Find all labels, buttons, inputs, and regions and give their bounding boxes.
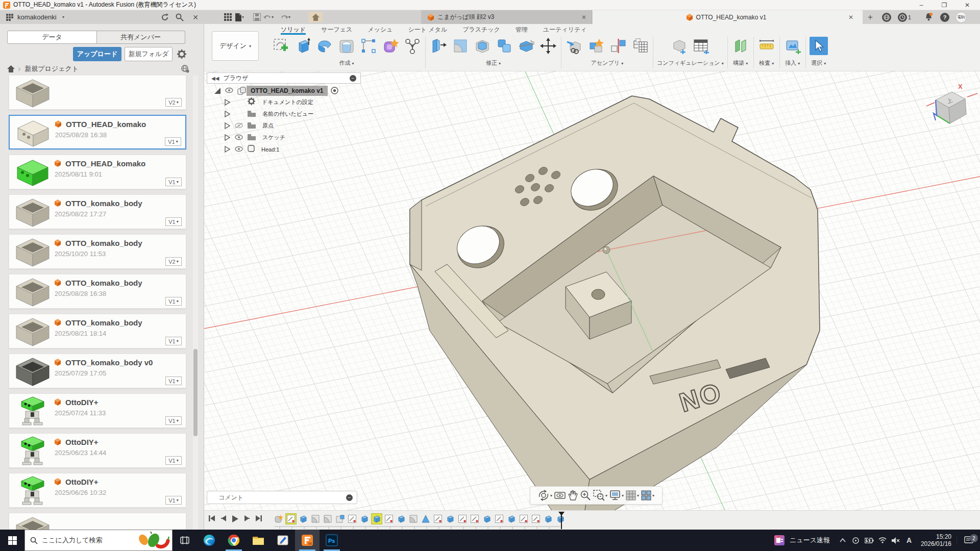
restore-button[interactable]: ❐ xyxy=(936,0,953,10)
browser-node-row[interactable]: 原点 xyxy=(207,121,361,131)
timeline-feature-sketch[interactable] xyxy=(286,514,296,524)
version-dropdown[interactable]: V1▾ xyxy=(165,416,182,425)
timeline-feature-sketch[interactable] xyxy=(470,514,480,524)
notifications-bell-icon[interactable] xyxy=(923,12,934,22)
group-label[interactable]: 作成 ▾ xyxy=(339,59,354,67)
node-label[interactable]: 原点 xyxy=(259,121,277,131)
scrollbar-thumb[interactable] xyxy=(193,349,198,436)
team-grid-icon[interactable] xyxy=(4,12,15,22)
activate-radio-icon[interactable] xyxy=(331,87,338,94)
timeline-feature-sketch[interactable] xyxy=(347,514,357,524)
user-avatar[interactable]: 電駒 xyxy=(955,12,967,22)
comment-minimize-icon[interactable]: − xyxy=(346,494,353,502)
taskbar-app-task-view[interactable] xyxy=(173,530,197,551)
taskbar-app-edge[interactable] xyxy=(197,530,222,551)
taskbar-search-input[interactable]: ここに入力して検索 xyxy=(24,530,173,551)
grid-display-icon[interactable]: ▾ xyxy=(626,490,639,500)
ribbon-tab-inactive[interactable]: ユーティリティ xyxy=(543,26,587,35)
config-table-icon[interactable] xyxy=(692,37,710,55)
project-item[interactable]: OTTO_komako_body2025/08/22 17:27V1▾ xyxy=(9,194,186,229)
timeline-feature-fillet[interactable] xyxy=(408,514,419,524)
search-icon[interactable] xyxy=(174,12,185,22)
version-dropdown[interactable]: V1▾ xyxy=(165,217,182,226)
group-label[interactable]: アセンブリ ▾ xyxy=(591,59,623,67)
timeline-feature-sketch[interactable] xyxy=(494,514,504,524)
project-item[interactable]: OTTO_komako_body v02025/07/29 17:05V1▾ xyxy=(9,354,186,388)
ribbon-tab-inactive[interactable]: シート メタル xyxy=(408,26,447,35)
browser-root-row[interactable]: OTTO_HEAD_komako v1 xyxy=(207,86,361,95)
version-dropdown[interactable]: V1▾ xyxy=(165,137,181,146)
timeline-feature-sketch[interactable] xyxy=(384,514,394,524)
ribbon-tab-inactive[interactable]: プラスチック xyxy=(462,26,500,35)
viewports-icon[interactable]: ▾ xyxy=(641,490,654,500)
expand-icon[interactable] xyxy=(225,134,230,141)
group-label[interactable]: 挿入 ▾ xyxy=(785,59,800,67)
browser-node-row[interactable]: スケッチ xyxy=(207,133,361,142)
settings-gear-icon[interactable] xyxy=(177,49,186,59)
fillet-icon[interactable] xyxy=(451,37,470,55)
project-item[interactable]: OttoDIY+2025/06/23 14:44V1▾ xyxy=(9,433,186,468)
ribbon-tab-inactive[interactable]: 管理 xyxy=(516,26,528,35)
refresh-icon[interactable] xyxy=(159,12,170,22)
tray-ime-indicator[interactable]: A xyxy=(902,536,916,544)
panel-tab-data[interactable]: データ xyxy=(7,31,97,44)
group-label[interactable]: 選択 ▾ xyxy=(811,59,826,67)
expand-icon[interactable] xyxy=(225,99,230,106)
node-label[interactable]: 名前の付いたビュー xyxy=(259,109,316,119)
pan-icon[interactable] xyxy=(568,490,578,501)
viewport-canvas[interactable]: NO ◀◀ ブラウザ − OTTO_HEAD_komako v1ドキュメントの設… xyxy=(204,71,980,510)
comment-bar[interactable]: コメント − xyxy=(207,491,357,504)
timeline-feature-extrude[interactable] xyxy=(396,514,406,524)
file-menu-icon[interactable]: ▾ xyxy=(234,12,245,22)
split-body-icon[interactable] xyxy=(517,37,535,55)
shell-icon[interactable] xyxy=(473,37,492,55)
timeline-feature-sketch[interactable] xyxy=(519,514,529,524)
timeline-feature-sketch[interactable] xyxy=(433,514,443,524)
insert-canvas-icon[interactable] xyxy=(783,37,802,55)
browser-minimize-icon[interactable]: − xyxy=(350,74,356,82)
configure-icon[interactable] xyxy=(670,37,689,55)
project-item[interactable]: OTTO_komako_body2025/08/21 18:14V1▾ xyxy=(9,314,186,348)
form-icon[interactable] xyxy=(381,37,400,55)
origin-marker[interactable] xyxy=(603,246,610,254)
project-item[interactable]: OTTO_komako_body2025/10/20 11:53V2▾ xyxy=(9,234,186,269)
tray-battery-icon[interactable] xyxy=(863,537,876,543)
tab-close-icon[interactable]: ✕ xyxy=(581,14,586,21)
orbit-icon[interactable]: ▾ xyxy=(538,490,552,501)
timeline-feature-extrude[interactable] xyxy=(445,514,455,524)
start-button[interactable] xyxy=(0,530,24,551)
timeline-feature-sketch[interactable] xyxy=(457,514,468,524)
group-label[interactable]: コンフィギュレーション ▾ xyxy=(657,59,724,67)
project-item[interactable] xyxy=(9,513,186,530)
browser-node-row[interactable]: 名前の付いたビュー xyxy=(207,109,361,119)
measure-icon[interactable] xyxy=(757,37,776,55)
visibility-icon[interactable] xyxy=(235,145,243,154)
timeline-feature-extrude[interactable] xyxy=(543,514,553,524)
look-at-icon[interactable] xyxy=(554,491,566,500)
tray-chevron-icon[interactable] xyxy=(836,538,849,542)
display-settings-icon[interactable]: ▾ xyxy=(609,490,624,500)
taskbar-app-photoshop[interactable]: Ps xyxy=(320,530,344,551)
undo-icon[interactable]: ▾ xyxy=(263,12,274,22)
taskbar-app-fudegurume[interactable] xyxy=(271,530,295,551)
upload-button[interactable]: アップロード xyxy=(73,47,121,61)
group-label[interactable]: 検査 ▾ xyxy=(759,59,774,67)
ribbon-tab-active[interactable]: ソリッド xyxy=(281,26,306,35)
timeline-to-start-button[interactable] xyxy=(208,515,215,525)
visibility-off-icon[interactable] xyxy=(235,121,243,131)
timeline-feature-extrude[interactable] xyxy=(372,514,382,524)
tray-wifi-icon[interactable] xyxy=(876,537,889,543)
timeline-feature-sketch[interactable] xyxy=(531,514,541,524)
help-icon[interactable]: ? xyxy=(939,12,950,22)
breadcrumb[interactable]: 新規プロジェクト xyxy=(24,64,79,73)
ribbon-tab-inactive[interactable]: メッシュ xyxy=(368,26,393,35)
taskbar-app-explorer[interactable] xyxy=(246,530,271,551)
version-dropdown[interactable]: V1▾ xyxy=(165,496,182,505)
apps-grid-icon[interactable] xyxy=(222,12,233,22)
notification-center-button[interactable]: 2 xyxy=(957,536,980,544)
home-icon[interactable] xyxy=(308,12,323,22)
browser-collapse-icon[interactable]: ◀◀ xyxy=(211,76,219,81)
construct-plane-icon[interactable] xyxy=(731,37,750,55)
project-item[interactable]: V2▾ xyxy=(9,76,186,110)
search-highlight-peppers-image[interactable] xyxy=(137,532,170,549)
